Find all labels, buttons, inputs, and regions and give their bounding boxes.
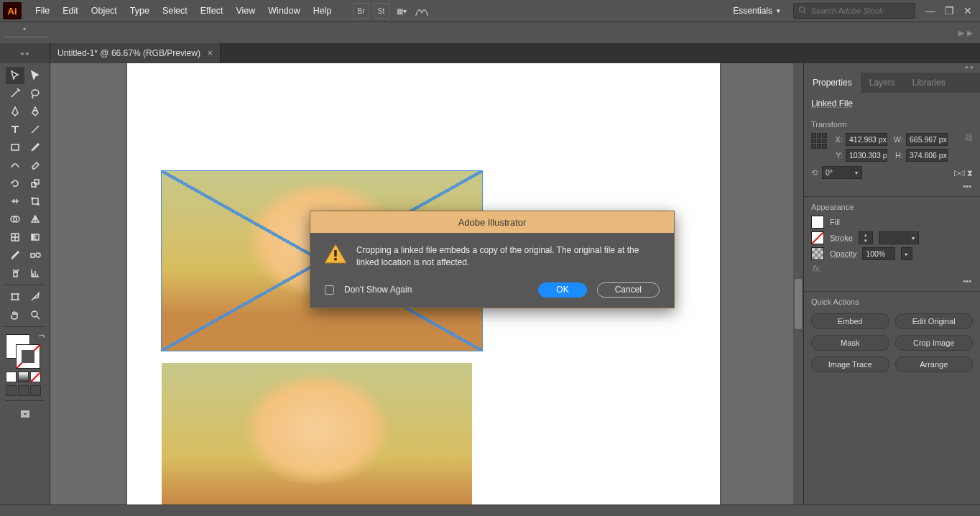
direct-selection-tool[interactable]	[26, 67, 45, 84]
stroke-weight-field[interactable]: ▾	[879, 231, 919, 244]
stock-icon[interactable]: St	[374, 3, 389, 19]
menu-edit[interactable]: Edit	[56, 0, 85, 22]
mask-button[interactable]: Mask	[811, 335, 889, 351]
magic-wand-tool[interactable]	[6, 85, 24, 102]
appearance-more-icon[interactable]: •••	[811, 277, 971, 285]
perspective-tool[interactable]	[26, 211, 45, 228]
panel-collapse-icon[interactable]: ▸▸	[804, 63, 980, 73]
gradient-tool[interactable]	[26, 229, 45, 246]
draw-behind[interactable]	[18, 385, 29, 396]
paintbrush-tool[interactable]	[26, 139, 45, 156]
toolbox-collapse-icon[interactable]: ◂◂	[0, 43, 50, 63]
menu-help[interactable]: Help	[307, 0, 338, 22]
link-wh-icon[interactable]: ⛓	[965, 133, 973, 142]
rotate-field[interactable]: 0°▾	[822, 166, 862, 179]
draw-normal[interactable]	[6, 385, 17, 396]
opacity-field[interactable]: 100%	[862, 247, 895, 260]
menu-view[interactable]: View	[229, 0, 262, 22]
free-transform-tool[interactable]	[26, 193, 45, 210]
window-close[interactable]: ✕	[958, 5, 977, 17]
search-input[interactable]	[811, 6, 910, 15]
hand-tool[interactable]	[6, 306, 24, 323]
graph-tool[interactable]	[26, 264, 45, 282]
tab-properties[interactable]: Properties	[804, 73, 861, 93]
opacity-flyout-icon[interactable]: ▸	[901, 247, 912, 260]
scrollbar-thumb[interactable]	[795, 279, 802, 329]
reference-point[interactable]	[811, 133, 827, 149]
width-tool[interactable]	[6, 193, 24, 210]
embed-button[interactable]: Embed	[811, 313, 889, 329]
type-tool[interactable]	[6, 121, 24, 138]
dont-show-checkbox[interactable]	[325, 285, 334, 295]
eraser-tool[interactable]	[26, 157, 45, 174]
menu-window[interactable]: Window	[262, 0, 306, 22]
zoom-tool[interactable]	[26, 306, 45, 323]
screen-mode[interactable]	[16, 405, 34, 423]
stroke-swatch[interactable]	[16, 344, 40, 369]
fill-swatch-small[interactable]	[811, 216, 824, 229]
mesh-tool[interactable]	[6, 229, 24, 246]
fx-icon[interactable]: fx.	[813, 263, 973, 274]
stroke-weight-stepper[interactable]: ▲▼	[859, 231, 873, 244]
placed-image[interactable]	[162, 363, 472, 505]
tab-close-icon[interactable]: ×	[208, 48, 213, 58]
y-field[interactable]: 1030.303 px	[846, 149, 887, 162]
window-minimize[interactable]: —	[921, 5, 940, 17]
menu-select[interactable]: Select	[156, 0, 194, 22]
flip-horizontal-icon[interactable]: ▷◁	[954, 168, 963, 178]
transform-header: Transform	[811, 120, 973, 129]
search-stock[interactable]	[793, 3, 915, 19]
cancel-button[interactable]: Cancel	[597, 282, 660, 298]
transform-more-icon[interactable]: •••	[811, 182, 971, 190]
curvature-tool[interactable]	[26, 103, 45, 120]
workspace-switcher[interactable]: Essentials ▾	[726, 4, 787, 17]
tab-libraries[interactable]: Libraries	[904, 73, 954, 93]
fill-stroke-wells[interactable]	[0, 330, 50, 428]
menu-type[interactable]: Type	[124, 0, 156, 22]
draw-inside[interactable]	[30, 385, 41, 396]
shaper-tool[interactable]	[6, 157, 24, 174]
x-field[interactable]: 412.983 px	[846, 133, 887, 146]
symbol-sprayer-tool[interactable]	[6, 264, 24, 282]
color-mode-none[interactable]	[30, 372, 41, 382]
menu-file[interactable]: File	[29, 0, 56, 22]
status-bar	[0, 505, 980, 516]
menu-object[interactable]: Object	[85, 0, 124, 22]
rotate-tool[interactable]	[6, 175, 24, 192]
tab-layers[interactable]: Layers	[861, 73, 904, 93]
artboard-tool[interactable]	[6, 288, 24, 305]
stroke-swatch-small[interactable]	[811, 231, 824, 244]
window-restore[interactable]: ❐	[940, 5, 958, 17]
opacity-swatch[interactable]	[811, 247, 824, 260]
slice-tool[interactable]	[26, 288, 45, 305]
vertical-scrollbar[interactable]	[793, 63, 803, 505]
gpu-icon[interactable]	[414, 3, 430, 19]
swap-fill-stroke-icon[interactable]	[37, 333, 46, 341]
color-mode-solid[interactable]	[6, 372, 17, 382]
bridge-icon[interactable]: Br	[353, 3, 369, 19]
image-trace-button[interactable]: Image Trace	[811, 356, 889, 372]
line-tool[interactable]	[26, 121, 45, 138]
h-field[interactable]: 374.606 px	[906, 149, 948, 162]
pen-tool[interactable]	[6, 103, 24, 120]
control-bar-expand[interactable]	[4, 29, 47, 37]
lasso-tool[interactable]	[26, 85, 45, 102]
eyedropper-tool[interactable]	[6, 247, 24, 264]
scale-tool[interactable]	[26, 175, 45, 192]
shape-builder-tool[interactable]	[6, 211, 24, 228]
ok-button[interactable]: OK	[538, 282, 586, 298]
flip-vertical-icon[interactable]: ⧗	[967, 168, 973, 178]
rectangle-tool[interactable]	[6, 139, 24, 156]
panel-collapse-icon[interactable]: ▸▸	[958, 26, 976, 40]
document-tab[interactable]: Untitled-1* @ 66.67% (RGB/Preview) ×	[50, 43, 221, 63]
selection-tool[interactable]	[6, 67, 24, 84]
blend-tool[interactable]	[26, 247, 45, 264]
arrange-button[interactable]: Arrange	[895, 356, 974, 372]
crop-image-button[interactable]: Crop Image	[895, 335, 974, 351]
menu-effect[interactable]: Effect	[194, 0, 230, 22]
edit-original-button[interactable]: Edit Original	[895, 313, 974, 329]
arrange-docs-icon[interactable]: ▦▾	[394, 3, 410, 19]
w-field[interactable]: 665.967 px	[906, 133, 948, 146]
control-bar: ▸▸	[0, 22, 980, 43]
color-mode-gradient[interactable]	[18, 372, 29, 382]
